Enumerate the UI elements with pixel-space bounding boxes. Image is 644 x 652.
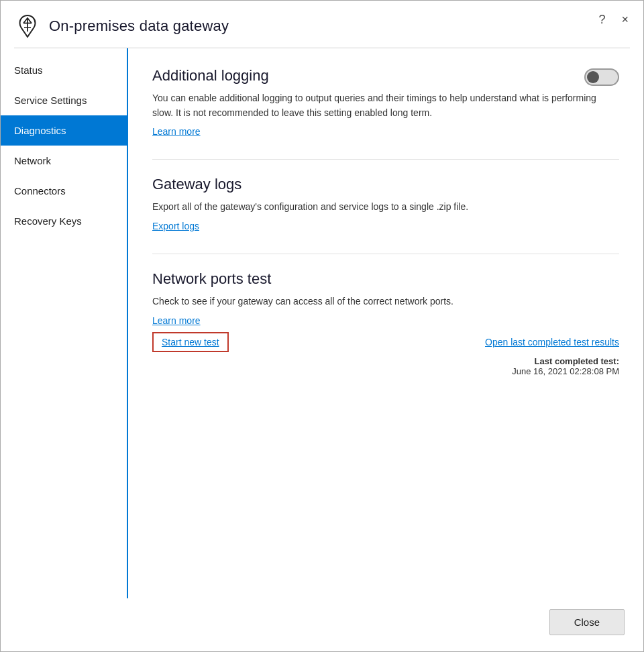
network-ports-desc: Check to see if your gateway can access … xyxy=(152,294,619,309)
network-test-actions: Start new test Open last completed test … xyxy=(152,332,619,352)
close-window-button[interactable]: × xyxy=(617,11,633,28)
toggle-track[interactable] xyxy=(584,68,619,86)
window-controls: ? × xyxy=(594,11,633,28)
main-content: Additional logging You can enable additi… xyxy=(128,48,643,598)
additional-logging-header: Additional logging xyxy=(152,67,619,91)
sidebar-item-connectors[interactable]: Connectors xyxy=(1,176,127,206)
divider-2 xyxy=(152,254,619,254)
additional-logging-desc: You can enable additional logging to out… xyxy=(152,91,619,120)
sidebar-item-diagnostics[interactable]: Diagnostics xyxy=(1,115,127,146)
additional-logging-toggle[interactable] xyxy=(584,68,619,86)
additional-logging-section: Additional logging You can enable additi… xyxy=(152,67,619,138)
footer: Close xyxy=(1,598,643,651)
toggle-thumb xyxy=(587,71,599,83)
network-ports-section: Network ports test Check to see if your … xyxy=(152,270,619,376)
export-logs-link[interactable]: Export logs xyxy=(152,221,199,231)
start-new-test-button[interactable]: Start new test xyxy=(152,332,229,352)
title-bar: On-premises data gateway ? × xyxy=(1,1,643,48)
network-ports-title: Network ports test xyxy=(152,270,619,288)
last-test-info: Last completed test: June 16, 2021 02:28… xyxy=(152,356,619,376)
divider-1 xyxy=(152,159,619,160)
network-ports-learn-more[interactable]: Learn more xyxy=(152,315,201,326)
sidebar: Status Service Settings Diagnostics Netw… xyxy=(1,48,128,598)
close-button[interactable]: Close xyxy=(549,609,625,635)
additional-logging-title: Additional logging xyxy=(152,67,269,85)
help-button[interactable]: ? xyxy=(594,11,609,28)
gateway-logs-desc: Export all of the gateway's configuratio… xyxy=(152,200,619,215)
sidebar-item-network[interactable]: Network xyxy=(1,146,127,176)
sidebar-item-service-settings[interactable]: Service Settings xyxy=(1,85,127,115)
window-title: On-premises data gateway xyxy=(49,17,229,35)
open-last-results-link[interactable]: Open last completed test results xyxy=(485,337,619,347)
gateway-logs-section: Gateway logs Export all of the gateway's… xyxy=(152,176,619,232)
sidebar-item-status[interactable]: Status xyxy=(1,55,127,85)
gateway-icon xyxy=(14,13,41,40)
main-window: On-premises data gateway ? × Status Serv… xyxy=(0,0,644,652)
last-test-date: June 16, 2021 02:28:08 PM xyxy=(512,366,619,376)
additional-logging-learn-more[interactable]: Learn more xyxy=(152,126,201,137)
last-test-label: Last completed test: xyxy=(535,356,619,366)
gateway-logs-title: Gateway logs xyxy=(152,176,619,193)
content-area: Status Service Settings Diagnostics Netw… xyxy=(1,48,643,598)
sidebar-item-recovery-keys[interactable]: Recovery Keys xyxy=(1,206,127,236)
